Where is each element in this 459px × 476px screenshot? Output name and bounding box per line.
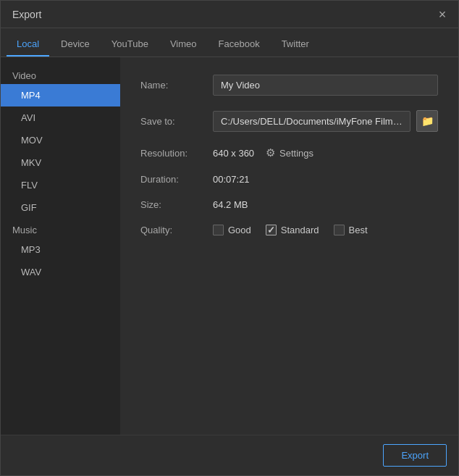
tab-bar: Local Device YouTube Vimeo Facebook Twit… [1,28,458,57]
save-to-control: 📁 [213,110,438,132]
sidebar-category-music: Music [1,219,120,238]
close-button[interactable]: × [435,7,450,22]
settings-label: Settings [279,148,313,159]
quality-standard-label: Standard [281,225,319,235]
duration-label: Duration: [140,174,213,185]
sidebar-item-gif[interactable]: GIF [1,196,120,219]
quality-standard-checkbox[interactable]: ✓ [266,225,277,235]
resolution-row: Resolution: 640 x 360 ⚙ Settings [140,146,438,159]
save-to-input[interactable] [213,111,410,132]
save-to-label: Save to: [140,116,213,127]
resolution-value: 640 x 360 [213,148,254,159]
quality-good-checkbox[interactable] [213,225,224,235]
sidebar-item-mkv[interactable]: MKV [1,151,120,174]
name-row: Name: [140,75,438,96]
folder-icon: 📁 [421,115,434,127]
export-window: Export × Local Device YouTube Vimeo Face… [0,0,459,476]
resolution-label: Resolution: [140,148,213,159]
quality-best-label: Best [349,225,368,235]
window-title: Export [12,9,41,20]
tab-vimeo[interactable]: Vimeo [160,33,207,57]
quality-best-checkbox[interactable] [334,225,345,235]
gear-icon: ⚙ [266,146,275,159]
content-area: Name: Save to: 📁 [120,57,458,435]
size-value: 64.2 MB [213,199,248,210]
name-control [213,75,438,96]
check-icon: ✓ [267,225,275,235]
sidebar: Video MP4 AVI MOV MKV FLV GIF Music MP3 … [1,57,120,435]
save-to-row: Save to: 📁 [140,110,438,132]
size-row: Size: 64.2 MB [140,199,438,210]
quality-label: Quality: [140,225,213,235]
quality-best[interactable]: Best [334,225,368,235]
title-bar: Export × [1,1,458,28]
sidebar-item-flv[interactable]: FLV [1,174,120,196]
name-input[interactable] [213,75,438,96]
duration-value: 00:07:21 [213,174,250,185]
settings-button[interactable]: ⚙ Settings [266,146,313,159]
sidebar-item-mp3[interactable]: MP3 [1,238,120,261]
quality-row: Quality: Good ✓ Standard Best [140,225,438,235]
sidebar-item-avi[interactable]: AVI [1,107,120,129]
resolution-control: 640 x 360 ⚙ Settings [213,146,438,159]
sidebar-category-video: Video [1,64,120,84]
size-label: Size: [140,199,213,210]
sidebar-item-mov[interactable]: MOV [1,129,120,151]
tab-facebook[interactable]: Facebook [209,33,270,57]
tab-youtube[interactable]: YouTube [101,33,159,57]
quality-options: Good ✓ Standard Best [213,225,368,235]
duration-row: Duration: 00:07:21 [140,174,438,185]
tab-twitter[interactable]: Twitter [271,33,319,57]
export-button[interactable]: Export [383,444,447,467]
tab-device[interactable]: Device [51,33,100,57]
folder-browse-button[interactable]: 📁 [416,110,438,132]
main-content: Video MP4 AVI MOV MKV FLV GIF Music MP3 … [1,57,458,435]
name-label: Name: [140,80,213,91]
quality-good[interactable]: Good [213,225,251,235]
quality-standard[interactable]: ✓ Standard [266,225,319,235]
quality-good-label: Good [228,225,251,235]
footer: Export [1,435,458,475]
sidebar-item-mp4[interactable]: MP4 [1,84,120,107]
tab-local[interactable]: Local [7,33,49,57]
sidebar-item-wav[interactable]: WAV [1,261,120,283]
